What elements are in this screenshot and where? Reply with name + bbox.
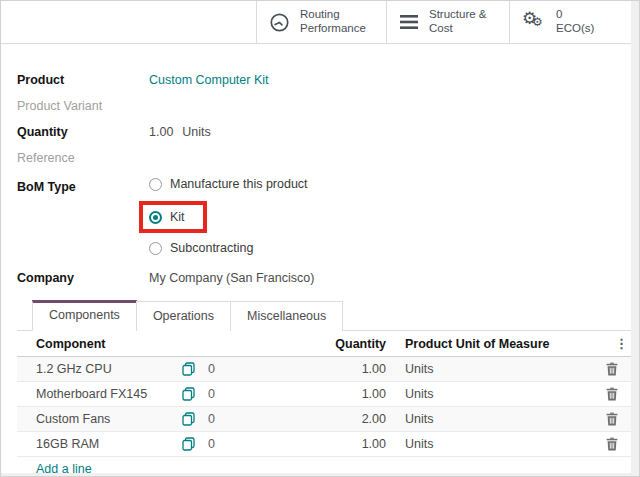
component-count-value: 0 xyxy=(208,387,215,401)
table-row[interactable]: 16GB RAM 0 1.00 Units xyxy=(17,432,631,457)
company-label: Company xyxy=(17,271,149,285)
quantity-value[interactable]: 1.00 xyxy=(149,125,173,139)
quantity-unit[interactable]: Units xyxy=(182,125,210,139)
header-quantity[interactable]: Quantity xyxy=(312,337,386,351)
radio-manufacture-dot[interactable] xyxy=(149,178,162,191)
notebook-tab-strip: Components Operations Miscellaneous xyxy=(17,300,631,331)
product-variant-label: Product Variant xyxy=(17,99,149,113)
header-uom[interactable]: Product Unit of Measure xyxy=(386,337,593,351)
component-count-value: 0 xyxy=(208,437,215,451)
radio-kit[interactable]: Kit xyxy=(149,210,185,224)
tab-operations[interactable]: Operations xyxy=(136,301,231,331)
field-product: Product Custom Computer Kit xyxy=(17,73,631,87)
radio-subcontracting[interactable]: Subcontracting xyxy=(149,241,308,255)
field-product-variant: Product Variant xyxy=(17,99,631,113)
quantity-cell[interactable]: 1.00 xyxy=(312,437,386,451)
add-line-link[interactable]: Add a line xyxy=(36,462,92,476)
components-table: Component Quantity Product Unit of Measu… xyxy=(1,331,631,477)
quantity-cell[interactable]: 2.00 xyxy=(312,412,386,426)
bom-form-page: RoutingPerformance Structure &Cost ⚙⚙ 0E… xyxy=(0,0,640,477)
kit-annotation-box: Kit xyxy=(139,201,207,233)
table-row[interactable]: 1.2 GHz CPU 0 1.00 Units xyxy=(17,357,631,382)
eco-count-label: 0ECO(s) xyxy=(556,8,594,36)
component-count-value: 0 xyxy=(208,412,215,426)
delete-row-button[interactable] xyxy=(606,387,618,401)
copy-icon xyxy=(182,387,195,401)
radio-subcontracting-dot[interactable] xyxy=(149,242,162,255)
uom-cell[interactable]: Units xyxy=(386,437,593,451)
uom-cell[interactable]: Units xyxy=(386,362,593,376)
component-count-cell[interactable]: 0 xyxy=(182,412,312,426)
components-table-header: Component Quantity Product Unit of Measu… xyxy=(17,331,631,357)
component-count-cell[interactable]: 0 xyxy=(182,362,312,376)
component-name-cell[interactable]: 16GB RAM xyxy=(17,437,182,451)
company-value[interactable]: My Company (San Francisco) xyxy=(149,271,314,285)
radio-kit-dot[interactable] xyxy=(149,211,162,224)
component-name-cell[interactable]: Custom Fans xyxy=(17,412,182,426)
radio-manufacture[interactable]: Manufacture this product xyxy=(149,177,308,191)
stat-button-bar: RoutingPerformance Structure &Cost ⚙⚙ 0E… xyxy=(1,1,631,44)
component-count-cell[interactable]: 0 xyxy=(182,437,312,451)
tab-components[interactable]: Components xyxy=(32,300,137,331)
quantity-cell[interactable]: 1.00 xyxy=(312,387,386,401)
header-component[interactable]: Component xyxy=(17,337,182,351)
field-bom-type: BoM Type Manufacture this product Kit xyxy=(17,177,631,265)
form-sheet: Product Custom Computer Kit Product Vari… xyxy=(1,44,631,473)
quantity-cell[interactable]: 1.00 xyxy=(312,362,386,376)
structure-cost-button[interactable]: Structure &Cost xyxy=(386,1,509,43)
add-line-row: Add a line xyxy=(17,457,631,477)
field-company: Company My Company (San Francisco) xyxy=(17,271,631,285)
component-count-value: 0 xyxy=(208,362,215,376)
copy-icon xyxy=(182,437,195,451)
component-count-cell[interactable]: 0 xyxy=(182,387,312,401)
table-row[interactable]: Motherboard FX145 0 1.00 Units xyxy=(17,382,631,407)
bom-type-label: BoM Type xyxy=(17,180,149,194)
quantity-label: Quantity xyxy=(17,125,149,139)
component-name-cell[interactable]: 1.2 GHz CPU xyxy=(17,362,182,376)
clock-icon xyxy=(269,12,290,33)
structure-cost-label: Structure &Cost xyxy=(429,8,487,36)
field-quantity: Quantity 1.00 Units xyxy=(17,125,631,139)
field-reference: Reference xyxy=(17,151,631,165)
uom-cell[interactable]: Units xyxy=(386,412,593,426)
product-label: Product xyxy=(17,73,149,87)
radio-manufacture-label: Manufacture this product xyxy=(170,177,308,191)
components-table-body: 1.2 GHz CPU 0 1.00 Units Motherboard FX1… xyxy=(17,357,631,457)
optional-columns-toggle[interactable]: ⋮ xyxy=(593,336,631,351)
component-name-cell[interactable]: Motherboard FX145 xyxy=(17,387,182,401)
gears-icon: ⚙⚙ xyxy=(522,11,546,33)
routing-performance-button[interactable]: RoutingPerformance xyxy=(256,1,386,43)
radio-kit-label: Kit xyxy=(170,210,185,224)
bom-type-radio-group: Manufacture this product Kit Subcontract… xyxy=(149,177,308,265)
uom-cell[interactable]: Units xyxy=(386,387,593,401)
delete-row-button[interactable] xyxy=(606,437,618,451)
reference-label: Reference xyxy=(17,151,149,165)
list-icon xyxy=(399,13,419,31)
radio-subcontracting-label: Subcontracting xyxy=(170,241,253,255)
tab-miscellaneous[interactable]: Miscellaneous xyxy=(230,301,343,331)
delete-row-button[interactable] xyxy=(606,362,618,376)
table-row[interactable]: Custom Fans 0 2.00 Units xyxy=(17,407,631,432)
main-column: RoutingPerformance Structure &Cost ⚙⚙ 0E… xyxy=(1,1,631,473)
copy-icon xyxy=(182,412,195,426)
routing-performance-label: RoutingPerformance xyxy=(300,8,366,36)
eco-count-button[interactable]: ⚙⚙ 0ECO(s) xyxy=(509,1,631,43)
copy-icon xyxy=(182,362,195,376)
product-value-link[interactable]: Custom Computer Kit xyxy=(149,73,268,87)
delete-row-button[interactable] xyxy=(606,412,618,426)
